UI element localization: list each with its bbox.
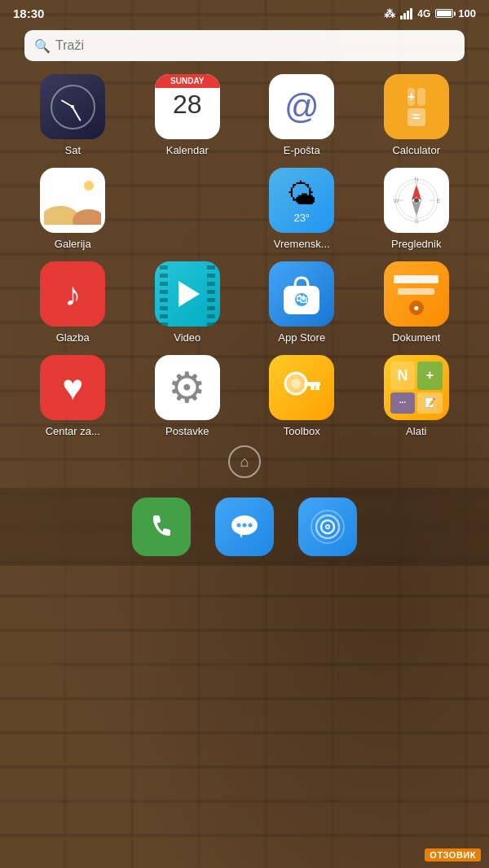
app-settings[interactable]: ⚙ Postavke	[134, 355, 241, 437]
tool-n: N	[390, 362, 416, 390]
app-gallery-label: Galerija	[55, 238, 91, 250]
svg-point-8	[414, 198, 419, 203]
clock-minute-hand	[73, 107, 82, 121]
toolbox-icon	[269, 355, 334, 420]
empty-slot	[155, 168, 220, 233]
calendar-date: 28	[173, 91, 202, 117]
health-icon: ♥	[40, 355, 105, 420]
dock-phone[interactable]	[132, 498, 191, 556]
app-grid: Sat sunday 28 Kalendar @ E-pošta + = Cal…	[0, 74, 489, 437]
tools-icon: N + ··· 📝	[384, 355, 449, 420]
app-empty	[134, 168, 241, 250]
calc-buttons: + =	[401, 81, 432, 133]
search-bar[interactable]: 🔍	[24, 30, 465, 61]
gallery-icon	[40, 168, 105, 233]
dok-dot-inner: ●	[413, 302, 419, 313]
music-note-symbol: ♪	[64, 276, 81, 313]
app-browser[interactable]: N S W E Preglednik	[363, 168, 470, 250]
svg-rect-23	[315, 386, 319, 390]
svg-text:S: S	[414, 218, 418, 224]
weather-sun-icon: 🌤	[287, 178, 316, 212]
search-icon: 🔍	[34, 38, 51, 54]
dock-messages[interactable]	[215, 498, 274, 556]
dock-camera[interactable]	[298, 498, 357, 556]
dokument-content: ●	[384, 261, 449, 327]
app-video[interactable]: Video	[134, 261, 241, 344]
email-icon: @	[269, 74, 334, 139]
music-icon: ♪	[40, 261, 105, 327]
app-dokument[interactable]: ● Dokument	[363, 261, 470, 344]
app-weather-label: Vremensk...	[274, 238, 330, 250]
appstore-icon: 🛍	[269, 261, 334, 327]
calendar-header: sunday	[155, 74, 220, 88]
svg-text:E: E	[436, 198, 440, 204]
svg-point-28	[248, 523, 252, 527]
gallery-svg	[44, 176, 101, 225]
watermark: ОТЗОВИК	[425, 848, 481, 861]
app-calendar-label: Kalendar	[166, 144, 209, 156]
bluetooth-icon: ⁂	[384, 7, 395, 20]
tool-plus: +	[417, 362, 443, 390]
app-appstore[interactable]: 🛍 App Store	[249, 261, 355, 344]
time-display: 18:30	[13, 7, 44, 20]
app-gallery[interactable]: Galerija	[20, 168, 126, 250]
app-tools-label: Alati	[406, 425, 426, 437]
clock-icon	[40, 74, 105, 139]
app-email[interactable]: @ E-pošta	[249, 74, 355, 156]
signal-bar-4	[410, 8, 412, 20]
phone-svg	[145, 511, 178, 543]
svg-text:🛍: 🛍	[296, 292, 307, 305]
calendar-icon: sunday 28	[155, 74, 220, 139]
app-weather[interactable]: 🌤 23° Vremensk...	[249, 168, 355, 250]
home-button[interactable]: ⌂	[228, 445, 261, 478]
battery-icon	[435, 9, 453, 18]
dok-bar-top	[394, 275, 438, 283]
heart-symbol: ♥	[62, 367, 83, 408]
app-music[interactable]: ♪ Glazba	[20, 261, 126, 344]
svg-text:N: N	[414, 177, 418, 182]
status-icons: ⁂ 4G 100	[384, 7, 476, 20]
status-bar: 18:30 ⁂ 4G 100	[0, 0, 489, 24]
filmstrip-left	[160, 261, 168, 327]
signal-label: 4G	[417, 8, 430, 20]
calc-plus: +	[408, 88, 415, 106]
toolbox-key-svg	[280, 366, 324, 410]
app-video-label: Video	[174, 331, 200, 344]
svg-point-21	[291, 379, 301, 388]
camera-icon	[298, 498, 357, 556]
svg-point-27	[242, 523, 246, 527]
browser-compass-svg: N S W E	[392, 176, 441, 225]
app-calendar[interactable]: sunday 28 Kalendar	[134, 74, 241, 156]
signal-bars	[400, 8, 412, 20]
app-dokument-label: Dokument	[392, 331, 440, 344]
gear-symbol: ⚙	[168, 363, 206, 412]
weather-icon: 🌤 23°	[269, 168, 334, 233]
app-clock-label: Sat	[64, 144, 81, 156]
messages-svg	[227, 509, 263, 546]
app-email-label: E-pošta	[284, 144, 320, 156]
camera-svg	[310, 509, 346, 546]
search-input[interactable]	[24, 30, 465, 61]
tools-grid: N + ··· 📝	[384, 355, 449, 420]
app-appstore-label: App Store	[278, 331, 325, 344]
app-health[interactable]: ♥ Centar za...	[20, 355, 126, 437]
signal-bar-1	[400, 15, 403, 20]
battery-fill	[437, 11, 452, 16]
settings-icon: ⚙	[155, 355, 220, 420]
app-browser-label: Preglednik	[391, 238, 441, 250]
signal-bar-2	[403, 13, 406, 20]
app-health-label: Centar za...	[46, 425, 100, 437]
app-clock[interactable]: Sat	[20, 74, 126, 156]
video-content	[155, 261, 220, 327]
svg-rect-22	[304, 382, 320, 386]
app-calculator-label: Calculator	[392, 144, 440, 156]
tool-note: 📝	[417, 392, 443, 414]
app-toolbox[interactable]: Toolbox	[249, 355, 355, 437]
at-sign: @	[284, 87, 319, 126]
video-icon	[155, 261, 220, 327]
dok-bar-mid	[398, 288, 434, 295]
app-calculator[interactable]: + = Calculator	[363, 74, 470, 156]
calc-equals: =	[408, 108, 425, 126]
app-tools[interactable]: N + ··· 📝 Alati	[363, 355, 470, 437]
appstore-bag-svg: 🛍	[277, 270, 326, 318]
